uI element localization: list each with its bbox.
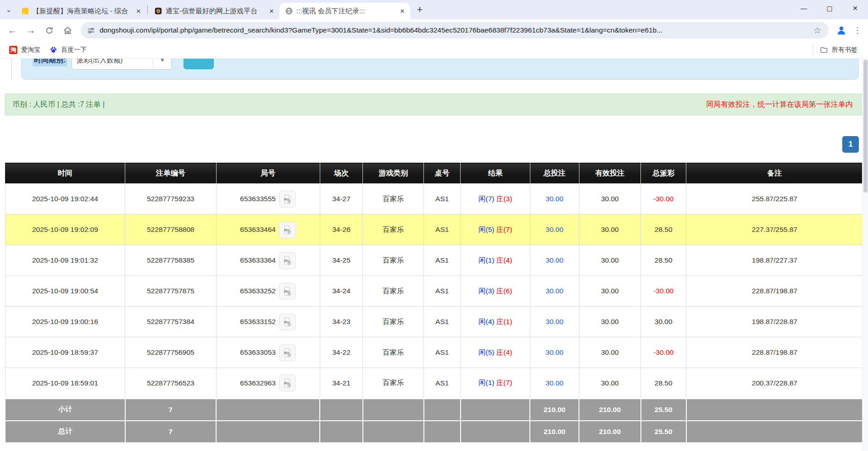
cell-time: 2025-10-09 19:02:09: [5, 214, 125, 245]
search-button[interactable]: [184, 59, 214, 69]
video-replay-button[interactable]: [279, 191, 296, 208]
cell-session: 34-22: [320, 337, 363, 368]
cell-session: 34-25: [320, 245, 363, 276]
total-row: 总计 7 210.00 210.00 25.50: [5, 421, 863, 443]
tab-title: 通宝-信誉最好的网上游戏平台: [166, 7, 263, 16]
cell-time: 2025-10-09 19:02:44: [5, 184, 125, 214]
video-replay-button[interactable]: [279, 283, 296, 300]
column-header: 结果: [461, 163, 530, 184]
cell-result: 闲(5) 庄(4): [461, 337, 530, 368]
cell-result: 闲(1) 庄(7): [461, 368, 530, 399]
back-button[interactable]: ←: [4, 22, 21, 39]
column-header: 局号: [216, 163, 320, 184]
cell-remark: 198.87/228.87: [686, 307, 863, 337]
video-replay-button[interactable]: [279, 374, 296, 391]
cell-total-bet[interactable]: 30.00: [530, 276, 579, 307]
search-form-panel: 时间期别: 派彩(出入数额) ▼: [21, 59, 859, 80]
cell-table-no: AS1: [424, 307, 461, 337]
video-replay-button[interactable]: [279, 344, 296, 361]
browser-menu-button[interactable]: ⋮: [851, 22, 864, 38]
column-header: 游戏类别: [363, 163, 424, 184]
result-banker: 庄(6): [496, 287, 512, 295]
tab-search-button[interactable]: ⌄: [2, 3, 16, 16]
total-label: 总计: [5, 421, 125, 443]
cell-session: 34-23: [320, 307, 363, 337]
currency-total-text: 币别 : 人民币 | 总共 :7 注单 |: [12, 100, 105, 110]
tab-close-icon[interactable]: ✕: [134, 6, 144, 16]
cell-payout: 28.50: [641, 245, 686, 276]
bookmark-star-icon[interactable]: ☆: [812, 25, 822, 36]
cell-payout: 30.00: [641, 307, 686, 337]
tongbao-favicon-icon: [154, 7, 162, 15]
cell-round: 653633252: [216, 276, 320, 307]
tab-close-icon[interactable]: ✕: [267, 6, 277, 16]
cell-time: 2025-10-09 18:59:01: [5, 368, 125, 399]
empty-cell: [320, 421, 363, 443]
bet-record-row: 2025-10-09 19:00:54522877757875653633252…: [5, 276, 863, 307]
empty-cell: [320, 399, 363, 421]
url-text[interactable]: dongshouji.com/ipl/portal.php/game/betre…: [100, 26, 808, 34]
column-header: 有效投注: [579, 163, 641, 184]
video-replay-button[interactable]: [279, 252, 296, 269]
close-button[interactable]: ✕: [842, 0, 868, 16]
cell-total-bet[interactable]: 30.00: [530, 337, 579, 368]
result-player: 闲(7): [479, 195, 494, 203]
cell-table-no: AS1: [424, 337, 461, 368]
cell-time: 2025-10-09 19:00:54: [5, 276, 125, 307]
site-info-icon[interactable]: [87, 27, 95, 34]
tab-close-icon[interactable]: ✕: [397, 6, 407, 16]
tab-tongbao[interactable]: 通宝-信誉最好的网上游戏平台 ✕: [149, 3, 279, 19]
cell-valid-bet: 30.00: [579, 214, 641, 245]
video-replay-button[interactable]: [279, 221, 296, 238]
bet-record-row: 2025-10-09 19:01:32522877758385653633364…: [5, 245, 863, 276]
cell-table-no: AS1: [424, 184, 461, 214]
cell-time: 2025-10-09 19:00:16: [5, 307, 125, 337]
tab-bet-records[interactable]: :::视讯 会员下注纪录::: ✕: [279, 3, 410, 19]
cell-total-bet[interactable]: 30.00: [530, 184, 579, 214]
cell-game-type: 百家乐: [363, 184, 424, 214]
total-total-bet: 210.00: [530, 421, 579, 443]
profile-avatar[interactable]: [833, 22, 850, 38]
cell-total-bet[interactable]: 30.00: [530, 214, 579, 245]
cell-bet-id: 522877758385: [125, 245, 216, 276]
maximize-button[interactable]: ▢: [817, 0, 842, 16]
video-file-icon: [283, 317, 292, 327]
cell-total-bet[interactable]: 30.00: [530, 307, 579, 337]
scrollbar-thumb[interactable]: [863, 60, 868, 192]
subtotal-valid-bet: 210.00: [579, 399, 641, 421]
tab-title: 【新提醒】海燕策略论坛 - 综合: [33, 7, 130, 16]
cell-payout: 28.50: [641, 368, 686, 399]
home-button[interactable]: [59, 22, 76, 39]
empty-cell: [686, 421, 863, 443]
new-tab-button[interactable]: +: [413, 3, 427, 16]
cell-total-bet[interactable]: 30.00: [530, 368, 579, 399]
cell-valid-bet: 30.00: [579, 184, 641, 214]
cell-bet-id: 522877756523: [125, 368, 216, 399]
cell-result: 闲(7) 庄(3): [461, 184, 530, 214]
minimize-button[interactable]: —: [791, 0, 817, 16]
empty-cell: [363, 399, 424, 421]
reload-button[interactable]: [40, 22, 58, 39]
reload-icon: [45, 26, 54, 35]
plus-icon: +: [417, 4, 423, 16]
tab-forum[interactable]: 【新提醒】海燕策略论坛 - 综合 ✕: [16, 3, 146, 19]
forward-button[interactable]: →: [22, 22, 39, 39]
page-1-button[interactable]: 1: [842, 136, 859, 153]
cell-session: 34-24: [320, 276, 363, 307]
video-replay-button[interactable]: [279, 314, 296, 330]
cell-round: 653632963: [216, 368, 320, 399]
window-controls: — ▢ ✕: [791, 0, 868, 16]
cell-total-bet[interactable]: 30.00: [530, 245, 579, 276]
address-bar[interactable]: dongshouji.com/ipl/portal.php/game/betre…: [81, 22, 829, 38]
all-bookmarks-button[interactable]: 所有书签: [813, 45, 863, 55]
result-player: 闲(1): [479, 256, 494, 264]
page-scrollbar[interactable]: [862, 59, 868, 451]
period-select[interactable]: 派彩(出入数额) ▼: [72, 59, 172, 70]
video-file-icon: [283, 256, 292, 265]
empty-cell: [363, 421, 424, 443]
bookmark-baidu[interactable]: 百度一下: [45, 44, 91, 56]
column-header: 总投注: [530, 163, 579, 184]
cell-game-type: 百家乐: [363, 368, 424, 399]
bookmark-aitaobao[interactable]: 淘 爱淘宝: [5, 44, 45, 56]
cell-game-type: 百家乐: [363, 214, 424, 245]
